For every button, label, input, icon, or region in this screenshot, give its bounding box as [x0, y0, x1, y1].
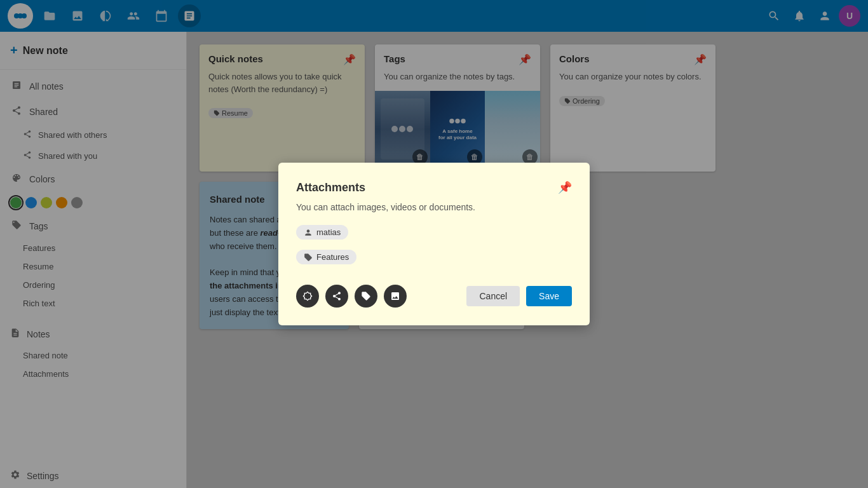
modal-share-button[interactable]	[325, 285, 348, 308]
modal-overlay[interactable]: Attachments 📌 You can attach images, vid…	[0, 0, 868, 488]
modal-description: You can attach images, videos or documen…	[296, 202, 572, 212]
modal-theme-button[interactable]	[296, 285, 319, 308]
modal-cancel-button[interactable]: Cancel	[466, 286, 520, 306]
modal-actions: Cancel Save	[296, 285, 572, 308]
modal-tag-label: Features	[316, 252, 349, 262]
modal-image-button[interactable]	[384, 285, 407, 308]
modal-dialog: Attachments 📌 You can attach images, vid…	[278, 163, 590, 325]
modal-user-label: matias	[316, 227, 341, 237]
modal-save-button[interactable]: Save	[526, 286, 572, 306]
modal-tag-chip: Features	[296, 250, 356, 264]
modal-tag-button[interactable]	[355, 285, 377, 308]
modal-pin-icon[interactable]: 📌	[558, 180, 572, 194]
modal-user-chip: matias	[296, 225, 348, 240]
modal-title: Attachments	[296, 181, 365, 194]
